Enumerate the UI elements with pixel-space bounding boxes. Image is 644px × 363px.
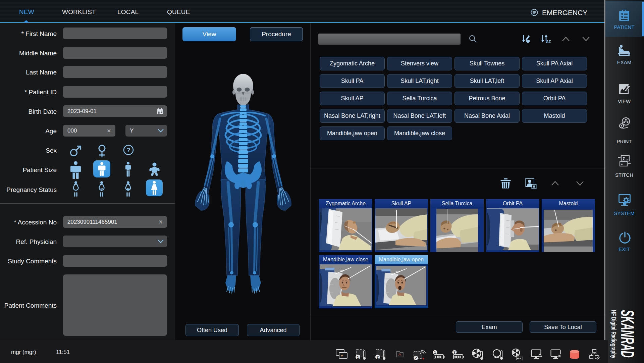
- svg-text:1: 1: [434, 351, 436, 354]
- svg-text:?: ?: [126, 147, 130, 154]
- svg-text:1: 1: [357, 355, 359, 359]
- svg-text:AZ: AZ: [546, 40, 551, 44]
- svg-text:2: 2: [453, 351, 455, 354]
- svg-text:HF Digital Radiography: HF Digital Radiography: [610, 310, 618, 359]
- svg-text:30°: 30°: [396, 271, 400, 274]
- svg-text:?: ?: [100, 187, 103, 192]
- svg-text:SKANRAD: SKANRAD: [617, 310, 638, 358]
- svg-text:2: 2: [415, 356, 417, 360]
- svg-text:30°: 30°: [340, 269, 344, 273]
- svg-text:2: 2: [377, 355, 379, 359]
